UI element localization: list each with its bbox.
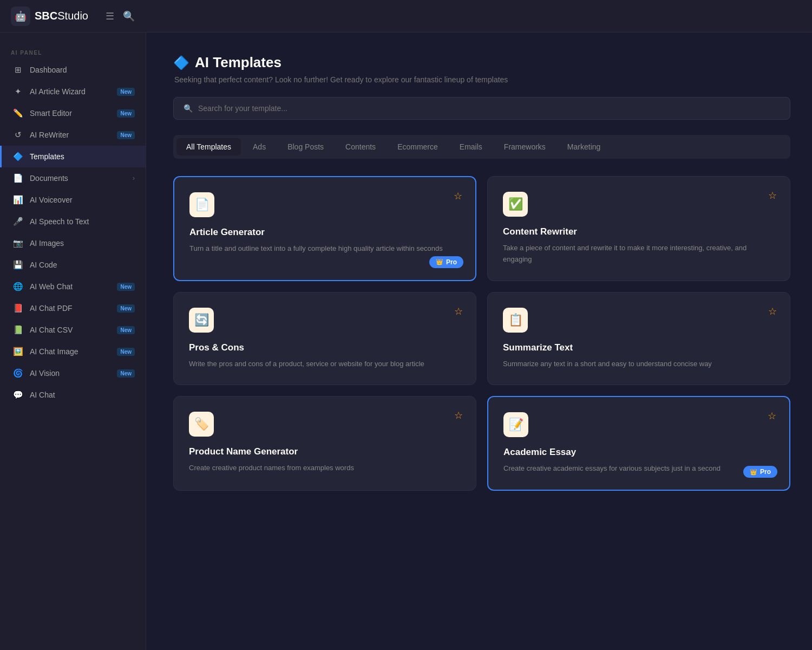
badge-ai-chat-csv: New <box>117 326 135 334</box>
topbar: 🤖 SBCStudio ☰ 🔍 <box>0 0 812 32</box>
page-header: 🔷 AI Templates Seeking that perfect cont… <box>173 54 790 84</box>
crown-icon: 👑 <box>750 469 757 476</box>
card-desc-pros-cons: Write the pros and cons of a product, se… <box>189 359 461 370</box>
card-content-rewriter[interactable]: ☆ ✅ Content Rewriter Take a piece of con… <box>487 176 790 281</box>
star-summarize-text[interactable]: ☆ <box>768 306 777 317</box>
pro-badge-academic-essay: 👑Pro <box>743 466 777 478</box>
tab-contents[interactable]: Contents <box>336 138 385 155</box>
card-icon-academic-essay: 📝 <box>503 412 528 437</box>
page-title: AI Templates <box>195 54 281 71</box>
sidebar-label-ai-speech-to-text: AI Speech to Text <box>30 217 135 226</box>
card-article-generator[interactable]: ☆ 📄 Article Generator Turn a title and o… <box>173 176 476 281</box>
logo-icon: 🤖 <box>11 6 30 26</box>
main-content: 🔷 AI Templates Seeking that perfect cont… <box>146 0 812 650</box>
search-topbar-icon[interactable]: 🔍 <box>123 10 135 22</box>
card-desc-academic-essay: Create creative academic essays for vari… <box>503 463 774 474</box>
sidebar-label-smart-editor: Smart Editor <box>30 109 110 118</box>
sidebar-item-ai-speech-to-text[interactable]: 🎤 AI Speech to Text <box>0 211 146 232</box>
tab-all[interactable]: All Templates <box>176 138 241 155</box>
topbar-icons: ☰ 🔍 <box>106 10 135 22</box>
card-title-summarize-text: Summarize Text <box>503 342 775 353</box>
card-desc-product-name-generator: Create creative product names from examp… <box>189 463 461 474</box>
logo-text: SBCStudio <box>35 10 88 22</box>
sidebar-item-smart-editor[interactable]: ✏️ Smart Editor New <box>0 102 146 124</box>
card-icon-pros-cons: 🔄 <box>189 308 214 333</box>
sidebar-icon-ai-rewriter: ↺ <box>12 130 23 140</box>
sidebar-item-ai-rewriter[interactable]: ↺ AI ReWriter New <box>0 124 146 146</box>
sidebar-label-ai-chat-pdf: AI Chat PDF <box>30 304 110 313</box>
sidebar-icon-ai-voiceover: 📊 <box>12 195 23 205</box>
star-product-name-generator[interactable]: ☆ <box>454 410 463 421</box>
card-academic-essay[interactable]: ☆ 📝 Academic Essay Create creative acade… <box>487 396 790 491</box>
tab-frameworks[interactable]: Frameworks <box>494 138 555 155</box>
sidebar-item-ai-voiceover[interactable]: 📊 AI Voiceover <box>0 189 146 211</box>
tab-blog[interactable]: Blog Posts <box>278 138 333 155</box>
card-pros-cons[interactable]: ☆ 🔄 Pros & Cons Write the pros and cons … <box>173 292 476 386</box>
tab-marketing[interactable]: Marketing <box>558 138 610 155</box>
card-product-name-generator[interactable]: ☆ 🏷️ Product Name Generator Create creat… <box>173 396 476 491</box>
sidebar-label-ai-voiceover: AI Voiceover <box>30 196 135 204</box>
sidebar-label-templates: Templates <box>30 152 135 161</box>
sidebar-label-ai-web-chat: AI Web Chat <box>30 282 110 291</box>
sidebar-item-templates[interactable]: 🔷 Templates <box>0 146 146 167</box>
search-icon: 🔍 <box>184 104 193 113</box>
sidebar-label-ai-images: AI Images <box>30 239 135 248</box>
badge-ai-rewriter: New <box>117 131 135 139</box>
star-pros-cons[interactable]: ☆ <box>454 306 463 317</box>
card-title-article-generator: Article Generator <box>189 227 460 238</box>
sidebar-label-ai-vision: AI Vision <box>30 369 110 378</box>
sidebar-label-ai-rewriter: AI ReWriter <box>30 131 110 139</box>
badge-ai-chat-image: New <box>117 348 135 356</box>
sidebar-item-ai-code[interactable]: 💾 AI Code <box>0 254 146 276</box>
sidebar-item-ai-vision[interactable]: 🌀 AI Vision New <box>0 362 146 384</box>
card-icon-content-rewriter: ✅ <box>503 192 528 217</box>
badge-ai-article-wizard: New <box>117 88 135 96</box>
menu-icon[interactable]: ☰ <box>106 10 114 22</box>
card-desc-content-rewriter: Take a piece of content and rewrite it t… <box>503 243 775 265</box>
sidebar-icon-smart-editor: ✏️ <box>12 108 23 118</box>
sidebar-icon-ai-web-chat: 🌐 <box>12 282 23 291</box>
star-article-generator[interactable]: ☆ <box>454 190 462 202</box>
tabs-row: All TemplatesAdsBlog PostsContentsEcomme… <box>173 135 790 159</box>
sidebar-icon-templates: 🔷 <box>12 152 23 161</box>
sidebar-item-ai-images[interactable]: 📷 AI Images <box>0 232 146 254</box>
sidebar-item-ai-chat[interactable]: 💬 AI Chat <box>0 384 146 406</box>
search-bar[interactable]: 🔍 <box>173 97 790 120</box>
sidebar-icon-ai-chat-image: 🖼️ <box>12 347 23 356</box>
card-desc-article-generator: Turn a title and outline text into a ful… <box>189 243 460 255</box>
sidebar-label-documents: Documents <box>30 174 126 183</box>
card-icon-product-name-generator: 🏷️ <box>189 412 214 437</box>
card-summarize-text[interactable]: ☆ 📋 Summarize Text Summarize any text in… <box>487 292 790 386</box>
sidebar-icon-ai-speech-to-text: 🎤 <box>12 217 23 226</box>
logo: 🤖 SBCStudio <box>11 6 88 26</box>
sidebar-label-ai-chat-image: AI Chat Image <box>30 347 110 356</box>
card-title-content-rewriter: Content Rewriter <box>503 226 775 237</box>
search-input[interactable] <box>198 104 780 113</box>
star-content-rewriter[interactable]: ☆ <box>768 190 777 202</box>
tab-ads[interactable]: Ads <box>243 138 276 155</box>
sidebar-item-ai-chat-image[interactable]: 🖼️ AI Chat Image New <box>0 341 146 362</box>
sidebar-icon-ai-chat: 💬 <box>12 390 23 400</box>
badge-ai-vision: New <box>117 369 135 378</box>
badge-smart-editor: New <box>117 109 135 118</box>
sidebar-item-dashboard[interactable]: ⊞ Dashboard <box>0 59 146 81</box>
badge-ai-chat-pdf: New <box>117 304 135 313</box>
sidebar-item-ai-chat-csv[interactable]: 📗 AI Chat CSV New <box>0 319 146 341</box>
star-academic-essay[interactable]: ☆ <box>768 410 776 422</box>
sidebar-icon-ai-chat-csv: 📗 <box>12 325 23 335</box>
page-subtitle: Seeking that perfect content? Look no fu… <box>174 75 790 84</box>
tab-ecommerce[interactable]: Ecommerce <box>388 138 448 155</box>
pro-badge-article-generator: 👑Pro <box>429 256 463 268</box>
card-title-pros-cons: Pros & Cons <box>189 342 461 353</box>
tab-emails[interactable]: Emails <box>450 138 492 155</box>
card-icon-summarize-text: 📋 <box>503 308 528 333</box>
sidebar-item-ai-chat-pdf[interactable]: 📕 AI Chat PDF New <box>0 297 146 319</box>
sidebar-item-documents[interactable]: 📄 Documents › <box>0 167 146 189</box>
sidebar-icon-ai-vision: 🌀 <box>12 368 23 378</box>
sidebar-item-ai-article-wizard[interactable]: ✦ AI Article Wizard New <box>0 81 146 102</box>
sidebar-label-ai-article-wizard: AI Article Wizard <box>30 87 110 96</box>
card-desc-summarize-text: Summarize any text in a short and easy t… <box>503 359 775 370</box>
cards-grid: ☆ 📄 Article Generator Turn a title and o… <box>173 176 790 491</box>
badge-ai-web-chat: New <box>117 283 135 291</box>
sidebar-item-ai-web-chat[interactable]: 🌐 AI Web Chat New <box>0 276 146 297</box>
